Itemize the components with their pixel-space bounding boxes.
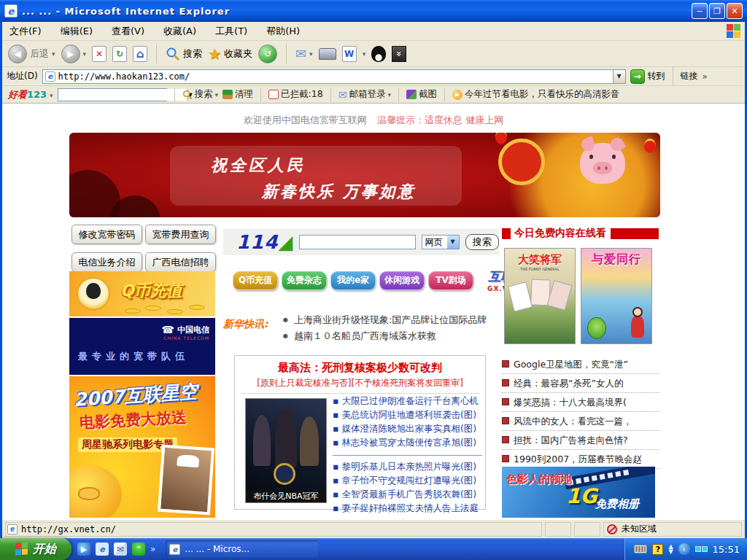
umbrella-tree-icon[interactable]: ⌃	[132, 542, 145, 556]
start-button[interactable]: 开始	[0, 538, 71, 560]
news-link[interactable]: 美总统访阿驻地遭塔利班袭击(图)	[333, 408, 482, 421]
china-telecom-ad[interactable]: ☎ 中国电信 CHINA TELECOM 最专业的宽带队伍	[69, 318, 215, 375]
keyboard-tray-icon[interactable]	[634, 545, 647, 553]
gold-pig-icon	[69, 465, 122, 518]
haokan123-logo[interactable]: 好看123 ▾	[8, 88, 53, 101]
news-link[interactable]: 章子怡不守交规闯红灯遭曝光(图)	[333, 473, 482, 487]
outlook-icon[interactable]: ✉	[114, 542, 127, 556]
news-link[interactable]: 妻子捉奸拍裸照丈夫情人告上法庭	[333, 501, 482, 515]
mail-dropdown-icon[interactable]: ▾	[309, 50, 313, 58]
news-link[interactable]: 黎明乐基儿日本亲热照片曝光(图)	[333, 459, 482, 473]
download-button[interactable]: »	[392, 46, 406, 62]
right-link[interactable]: 爆笑恶搞：十八大最高境界(	[502, 393, 659, 412]
toolbar-search-more-icon[interactable]: ▾	[215, 91, 219, 98]
quicklaunch-chevron-icon[interactable]: »	[150, 544, 155, 554]
ie-quicklaunch-icon[interactable]: e	[96, 542, 109, 556]
pill-free-magazine[interactable]: 免费杂志	[282, 271, 327, 290]
screenshot-button[interactable]: 截图	[406, 88, 437, 101]
back-icon: ◀	[8, 44, 27, 63]
media-player-icon[interactable]: ▶	[77, 542, 90, 556]
favorites-button[interactable]: ★ 收藏夹	[208, 45, 252, 63]
task-button-ie[interactable]: e ... ... - Micros...	[166, 540, 319, 558]
links-label[interactable]: 链接	[681, 70, 698, 82]
blocked-counter[interactable]: 已拦截:18	[268, 88, 323, 101]
go-button[interactable]: → 转到	[630, 69, 665, 84]
poster-walk-with-love[interactable]: 与爱同行	[581, 248, 652, 344]
button-telecom-jobs[interactable]: 广西电信招聘	[145, 252, 216, 272]
menu-edit[interactable]: 编辑(E)	[61, 25, 93, 38]
edit-word-button[interactable]: W	[342, 46, 357, 62]
back-button[interactable]: ◀ 后退 ▾	[8, 44, 55, 63]
stop-button[interactable]: ✕	[92, 46, 107, 62]
search-button[interactable]: 搜索	[166, 47, 202, 61]
home-button[interactable]: ⌂	[133, 46, 147, 62]
clean-button[interactable]: 清理	[222, 88, 253, 101]
edit-dropdown-icon[interactable]: ▾	[363, 50, 366, 58]
clock[interactable]: 15:51	[713, 544, 740, 555]
toolbar-search-button[interactable]: 搜索 ▾	[182, 88, 219, 101]
menu-tools[interactable]: 工具(T)	[215, 25, 247, 38]
news-link-group-1: 大限已过伊朗准备运行千台离心机 美总统访阿驻地遭塔利班袭击(图) 媒体澄清陈晓旭…	[333, 394, 482, 449]
right-link[interactable]: 担扰：国内广告将走向色情?	[502, 431, 659, 450]
newyear-banner[interactable]: 祝全区人民 新春快乐 万事如意	[69, 133, 660, 217]
search114-category-select[interactable]: 网页 ▼	[422, 235, 460, 249]
qcoin-ad-banner[interactable]: Q币充值	[69, 271, 215, 316]
pill-casual-games[interactable]: 休闲游戏	[379, 271, 425, 290]
poster-funny-general[interactable]: 大笑将军 THE FUNNY GENERAL	[504, 248, 576, 344]
mail-button[interactable]: ✉ ▾	[295, 46, 313, 61]
right-link[interactable]: 风流中的女人：看完这一篇，	[502, 412, 659, 431]
maximize-button[interactable]: ❐	[709, 3, 725, 19]
right-link[interactable]: Google卫星地图，究竟“泄”	[502, 355, 659, 374]
address-input[interactable]	[58, 71, 610, 82]
photo-album-ad[interactable]: 色影人的领地 1G 免费相册	[502, 467, 655, 518]
history-button[interactable]: ↺	[258, 44, 277, 63]
mail-login-button[interactable]: ✉ 邮箱登录 ▾	[338, 88, 391, 101]
news-link[interactable]: 林志玲被骂穿太随便传言承旭(图)	[333, 435, 482, 449]
headline-title[interactable]: 最高法：死刑复核案极少数可改判	[235, 361, 485, 375]
news-link[interactable]: 大限已过伊朗准备运行千台离心机	[333, 394, 482, 408]
toolbar-search-input[interactable]	[58, 89, 187, 101]
links-chevron-icon[interactable]: »	[703, 71, 708, 82]
back-dropdown-icon[interactable]: ▾	[52, 50, 55, 58]
bush-nba-photo[interactable]: 布什会见NBA冠军	[245, 398, 327, 503]
promo-link[interactable]: ▶ 今年过节看电影，只看快乐的高清影音	[452, 88, 620, 101]
pill-tv-theater[interactable]: TV剧场	[428, 271, 473, 290]
headline-subtitle[interactable]: [原则上只裁定核准与否][不予核准死刑案将发回重审]	[235, 377, 485, 389]
menu-file[interactable]: 文件(F)	[9, 25, 42, 38]
xinhua-item[interactable]: 上海商业街升级怪现象:国产品牌让位国际品牌	[283, 312, 487, 328]
favorites-star-icon: ★	[208, 45, 221, 63]
button-telecom-services[interactable]: 电信业务介绍	[71, 252, 142, 272]
search114-button[interactable]: 搜索	[465, 234, 499, 250]
news-link[interactable]: 媒体澄清陈晓旭出家事实真相(图)	[333, 421, 482, 435]
qq-button[interactable]	[371, 46, 386, 62]
screenshot-icon	[406, 90, 417, 99]
print-button[interactable]	[319, 48, 336, 60]
pill-qcoin[interactable]: Q币充值	[233, 271, 278, 290]
clean-label: 清理	[235, 88, 253, 101]
pill-my-ehome[interactable]: 我的e家	[330, 271, 376, 290]
close-button[interactable]: ✕	[727, 3, 743, 19]
button-fee-query[interactable]: 宽带费用查询	[145, 225, 216, 244]
network-tray-icon[interactable]	[695, 546, 708, 552]
ime-help-icon[interactable]: ?	[652, 544, 663, 555]
mail-login-dropdown-icon[interactable]: ▾	[387, 91, 391, 98]
poster2-title: 与爱同行	[581, 252, 651, 268]
forward-button[interactable]: ▶ ▾	[61, 44, 87, 63]
language-bar-icon[interactable]: ‹	[678, 543, 690, 555]
menu-help[interactable]: 帮助(H)	[266, 25, 300, 38]
movie-promo-ad[interactable]: 2007互联星空 电影免费大放送 周星驰系列电影专题	[69, 376, 215, 518]
refresh-button[interactable]: ↻	[112, 46, 127, 62]
updown-arrows-icon[interactable]: ▲▼	[668, 544, 673, 554]
minimize-button[interactable]: ─	[692, 3, 708, 19]
search114-category-value: 网页	[422, 236, 447, 249]
right-link[interactable]: 经典：最容易“杀死”女人的	[502, 374, 659, 393]
address-dropdown-icon[interactable]: ▼	[613, 70, 625, 83]
menu-favorites[interactable]: 收藏(A)	[163, 25, 196, 38]
news-link[interactable]: 全智贤最新手机广告秀脱衣舞(图)	[333, 487, 482, 501]
xinhua-item[interactable]: 越南１０名船员广西海域落水获救	[283, 328, 487, 344]
menu-view[interactable]: 查看(V)	[112, 25, 144, 38]
haokan-dropdown-icon[interactable]: ▾	[50, 92, 53, 99]
forward-dropdown-icon[interactable]: ▾	[83, 50, 87, 58]
button-change-password[interactable]: 修改宽带密码	[71, 225, 142, 244]
search114-input[interactable]	[300, 236, 414, 249]
